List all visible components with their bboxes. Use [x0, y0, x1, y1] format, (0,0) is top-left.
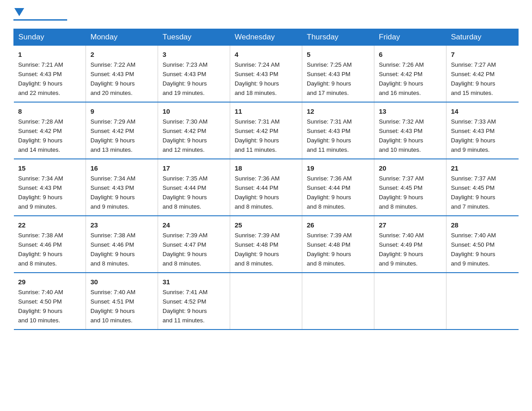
calendar-cell: 14 Sunrise: 7:33 AMSunset: 4:43 PMDaylig… — [446, 102, 519, 159]
logo-underline — [13, 19, 67, 21]
calendar-cell: 7 Sunrise: 7:27 AMSunset: 4:42 PMDayligh… — [446, 46, 519, 102]
day-info: Sunrise: 7:27 AMSunset: 4:42 PMDaylight:… — [451, 61, 496, 96]
day-number: 5 — [307, 49, 369, 60]
calendar-cell: 16 Sunrise: 7:34 AMSunset: 4:43 PMDaylig… — [86, 159, 158, 216]
weekday-header-tuesday: Tuesday — [158, 29, 230, 46]
day-info: Sunrise: 7:28 AMSunset: 4:42 PMDaylight:… — [18, 118, 63, 153]
calendar-cell: 6 Sunrise: 7:26 AMSunset: 4:42 PMDayligh… — [374, 46, 446, 102]
calendar-cell — [302, 273, 374, 330]
calendar-cell: 18 Sunrise: 7:36 AMSunset: 4:44 PMDaylig… — [230, 159, 302, 216]
day-info: Sunrise: 7:40 AMSunset: 4:50 PMDaylight:… — [451, 232, 496, 267]
calendar-cell: 22 Sunrise: 7:38 AMSunset: 4:46 PMDaylig… — [14, 216, 86, 273]
calendar-cell — [374, 273, 446, 330]
calendar-table: SundayMondayTuesdayWednesdayThursdayFrid… — [13, 29, 519, 330]
weekday-header-sunday: Sunday — [14, 29, 86, 46]
calendar-cell: 8 Sunrise: 7:28 AMSunset: 4:42 PMDayligh… — [14, 102, 86, 159]
day-number: 3 — [163, 49, 225, 60]
day-number: 14 — [451, 106, 514, 116]
calendar-cell: 5 Sunrise: 7:25 AMSunset: 4:43 PMDayligh… — [302, 46, 374, 102]
calendar-cell: 1 Sunrise: 7:21 AMSunset: 4:43 PMDayligh… — [14, 46, 86, 102]
weekday-header-friday: Friday — [374, 29, 446, 46]
day-number: 26 — [307, 220, 369, 230]
weekday-header-saturday: Saturday — [446, 29, 519, 46]
day-number: 11 — [235, 106, 297, 116]
day-info: Sunrise: 7:21 AMSunset: 4:43 PMDaylight:… — [18, 61, 63, 96]
calendar-week-row: 8 Sunrise: 7:28 AMSunset: 4:42 PMDayligh… — [14, 102, 519, 159]
day-info: Sunrise: 7:24 AMSunset: 4:43 PMDaylight:… — [235, 61, 279, 96]
day-number: 30 — [90, 277, 153, 287]
calendar-cell: 15 Sunrise: 7:34 AMSunset: 4:43 PMDaylig… — [14, 159, 86, 216]
calendar-week-row: 15 Sunrise: 7:34 AMSunset: 4:43 PMDaylig… — [14, 159, 519, 216]
day-info: Sunrise: 7:37 AMSunset: 4:45 PMDaylight:… — [379, 175, 424, 210]
calendar-cell: 28 Sunrise: 7:40 AMSunset: 4:50 PMDaylig… — [446, 216, 519, 273]
calendar-cell: 11 Sunrise: 7:31 AMSunset: 4:42 PMDaylig… — [230, 102, 302, 159]
day-number: 17 — [163, 163, 225, 173]
day-number: 9 — [90, 106, 153, 116]
logo-triangle-icon — [14, 8, 24, 16]
weekday-header-thursday: Thursday — [302, 29, 374, 46]
calendar-cell: 13 Sunrise: 7:32 AMSunset: 4:43 PMDaylig… — [374, 102, 446, 159]
calendar-cell: 4 Sunrise: 7:24 AMSunset: 4:43 PMDayligh… — [230, 46, 302, 102]
day-number: 19 — [307, 163, 369, 173]
day-number: 28 — [451, 220, 514, 230]
day-info: Sunrise: 7:29 AMSunset: 4:42 PMDaylight:… — [90, 118, 135, 153]
day-info: Sunrise: 7:31 AMSunset: 4:43 PMDaylight:… — [307, 118, 352, 153]
day-number: 24 — [163, 220, 225, 230]
day-info: Sunrise: 7:36 AMSunset: 4:44 PMDaylight:… — [235, 175, 279, 210]
day-number: 27 — [379, 220, 442, 230]
day-info: Sunrise: 7:26 AMSunset: 4:42 PMDaylight:… — [379, 61, 424, 96]
day-number: 8 — [18, 106, 82, 116]
calendar-cell: 9 Sunrise: 7:29 AMSunset: 4:42 PMDayligh… — [86, 102, 158, 159]
svg-marker-0 — [14, 8, 24, 16]
weekday-header-row: SundayMondayTuesdayWednesdayThursdayFrid… — [14, 29, 519, 46]
calendar-cell: 12 Sunrise: 7:31 AMSunset: 4:43 PMDaylig… — [302, 102, 374, 159]
day-number: 18 — [235, 163, 297, 173]
day-info: Sunrise: 7:39 AMSunset: 4:48 PMDaylight:… — [307, 232, 352, 267]
day-number: 23 — [90, 220, 153, 230]
calendar-cell: 19 Sunrise: 7:36 AMSunset: 4:44 PMDaylig… — [302, 159, 374, 216]
day-number: 22 — [18, 220, 82, 230]
calendar-cell: 21 Sunrise: 7:37 AMSunset: 4:45 PMDaylig… — [446, 159, 519, 216]
calendar-cell: 20 Sunrise: 7:37 AMSunset: 4:45 PMDaylig… — [374, 159, 446, 216]
day-info: Sunrise: 7:40 AMSunset: 4:51 PMDaylight:… — [90, 289, 135, 324]
day-info: Sunrise: 7:39 AMSunset: 4:47 PMDaylight:… — [163, 232, 207, 267]
day-info: Sunrise: 7:40 AMSunset: 4:50 PMDaylight:… — [18, 289, 63, 324]
day-info: Sunrise: 7:34 AMSunset: 4:43 PMDaylight:… — [18, 175, 63, 210]
day-info: Sunrise: 7:25 AMSunset: 4:43 PMDaylight:… — [307, 61, 352, 96]
logo — [13, 9, 67, 21]
weekday-header-wednesday: Wednesday — [230, 29, 302, 46]
calendar-cell: 30 Sunrise: 7:40 AMSunset: 4:51 PMDaylig… — [86, 273, 158, 330]
day-info: Sunrise: 7:32 AMSunset: 4:43 PMDaylight:… — [379, 118, 424, 153]
calendar-cell: 24 Sunrise: 7:39 AMSunset: 4:47 PMDaylig… — [158, 216, 230, 273]
day-number: 16 — [90, 163, 153, 173]
calendar-week-row: 22 Sunrise: 7:38 AMSunset: 4:46 PMDaylig… — [14, 216, 519, 273]
calendar-cell: 31 Sunrise: 7:41 AMSunset: 4:52 PMDaylig… — [158, 273, 230, 330]
day-info: Sunrise: 7:41 AMSunset: 4:52 PMDaylight:… — [163, 289, 207, 324]
day-number: 1 — [18, 49, 82, 60]
calendar-cell: 10 Sunrise: 7:30 AMSunset: 4:42 PMDaylig… — [158, 102, 230, 159]
day-info: Sunrise: 7:22 AMSunset: 4:43 PMDaylight:… — [90, 61, 135, 96]
day-number: 15 — [18, 163, 82, 173]
day-number: 2 — [90, 49, 153, 60]
calendar-cell: 25 Sunrise: 7:39 AMSunset: 4:48 PMDaylig… — [230, 216, 302, 273]
day-number: 13 — [379, 106, 442, 116]
day-number: 29 — [18, 277, 82, 287]
day-info: Sunrise: 7:34 AMSunset: 4:43 PMDaylight:… — [90, 175, 135, 210]
day-info: Sunrise: 7:36 AMSunset: 4:44 PMDaylight:… — [307, 175, 352, 210]
day-number: 7 — [451, 49, 514, 60]
day-info: Sunrise: 7:39 AMSunset: 4:48 PMDaylight:… — [235, 232, 279, 267]
calendar-week-row: 29 Sunrise: 7:40 AMSunset: 4:50 PMDaylig… — [14, 273, 519, 330]
calendar-cell: 23 Sunrise: 7:38 AMSunset: 4:46 PMDaylig… — [86, 216, 158, 273]
day-number: 21 — [451, 163, 514, 173]
day-number: 12 — [307, 106, 369, 116]
day-number: 4 — [235, 49, 297, 60]
day-number: 25 — [235, 220, 297, 230]
calendar-cell: 3 Sunrise: 7:23 AMSunset: 4:43 PMDayligh… — [158, 46, 230, 102]
calendar-cell: 17 Sunrise: 7:35 AMSunset: 4:44 PMDaylig… — [158, 159, 230, 216]
day-info: Sunrise: 7:31 AMSunset: 4:42 PMDaylight:… — [235, 118, 279, 153]
day-info: Sunrise: 7:30 AMSunset: 4:42 PMDaylight:… — [163, 118, 207, 153]
day-number: 6 — [379, 49, 442, 60]
day-number: 10 — [163, 106, 225, 116]
day-info: Sunrise: 7:37 AMSunset: 4:45 PMDaylight:… — [451, 175, 496, 210]
page-header — [13, 9, 519, 21]
